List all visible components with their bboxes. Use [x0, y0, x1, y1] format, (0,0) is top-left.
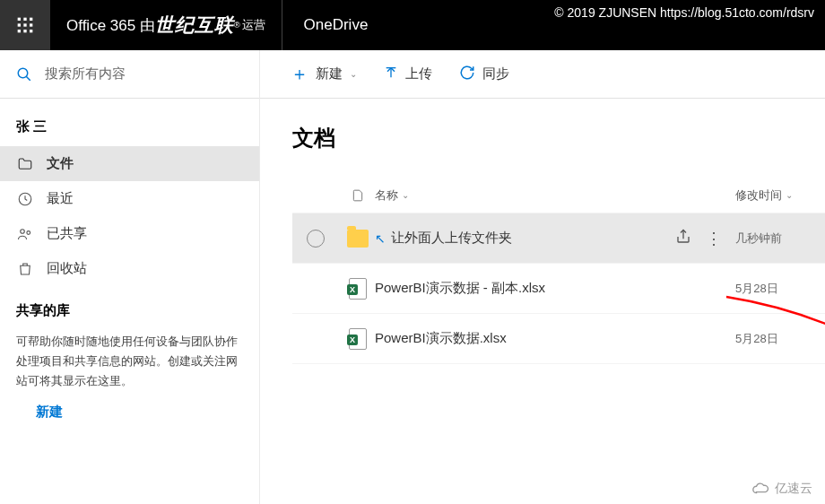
svg-rect-4 — [23, 23, 26, 26]
svg-rect-6 — [18, 30, 21, 32]
brand-prefix: Office 365 由 — [66, 15, 155, 36]
svg-rect-3 — [18, 23, 21, 26]
search-icon — [16, 66, 32, 83]
brand-suffix: 运营 — [242, 17, 265, 33]
svg-line-10 — [26, 76, 30, 81]
search-input[interactable]: 搜索所有内容 — [0, 50, 260, 99]
sync-label: 同步 — [482, 65, 509, 83]
chevron-down-icon: ⌄ — [350, 69, 357, 79]
upload-button[interactable]: 上传 — [371, 58, 445, 90]
chevron-down-icon: ⌄ — [402, 190, 409, 200]
file-row[interactable]: ↖让外面人上传文件夹 ⋮ 几秒钟前 — [292, 213, 825, 264]
new-label: 新建 — [316, 65, 343, 83]
svg-rect-1 — [23, 18, 26, 21]
sidebar-item-recycle[interactable]: 回收站 — [0, 251, 259, 286]
recycle-label: 回收站 — [47, 260, 87, 277]
share-button[interactable] — [675, 229, 691, 248]
file-type-icon[interactable] — [341, 187, 375, 204]
file-name[interactable]: 让外面人上传文件夹 — [391, 230, 512, 247]
recycle-icon — [16, 261, 34, 277]
annotation-arrow — [722, 292, 825, 364]
sync-icon — [459, 65, 475, 83]
svg-rect-7 — [23, 30, 26, 32]
create-library-button[interactable]: 新建 — [0, 398, 259, 426]
date-column-header[interactable]: 修改时间⌄ — [735, 187, 825, 204]
excel-file-icon — [349, 278, 367, 300]
shared-label: 已共享 — [47, 225, 87, 242]
footer-brand: 亿速云 — [751, 481, 812, 497]
file-name[interactable]: PowerBI演示数据.xlsx — [375, 330, 507, 347]
search-placeholder: 搜索所有内容 — [45, 65, 126, 83]
sidebar-item-recent[interactable]: 最近 — [0, 181, 259, 216]
shared-libraries-header: 共享的库 — [0, 286, 259, 325]
watermark-text: © 2019 ZJUNSEN https://blog.51cto.com/rd… — [554, 5, 814, 20]
upload-icon — [384, 65, 398, 83]
folder-icon — [347, 230, 369, 248]
page-title: 文档 — [292, 124, 825, 152]
command-bar: 搜索所有内容 ＋ 新建 ⌄ 上传 同步 — [0, 50, 825, 99]
svg-rect-2 — [30, 18, 32, 21]
svg-point-9 — [18, 68, 28, 78]
more-actions-button[interactable]: ⋮ — [706, 229, 724, 248]
modified-date: 几秒钟前 — [735, 230, 825, 247]
svg-point-14 — [21, 229, 25, 233]
shared-libraries-help: 可帮助你随时随地使用任何设备与团队协作处理项目和共享信息的网站。创建或关注网站可… — [0, 325, 259, 398]
sidebar-item-shared[interactable]: 已共享 — [0, 216, 259, 251]
name-column-header[interactable]: 名称⌄ — [375, 187, 664, 204]
brand-bold: 世纪互联 — [155, 13, 234, 38]
people-icon — [16, 226, 34, 242]
sidebar-item-files[interactable]: 文件 — [0, 146, 259, 181]
cursor-glyph: ↖ — [375, 231, 386, 246]
app-name[interactable]: OneDrive — [282, 16, 369, 34]
select-checkbox[interactable] — [307, 230, 325, 248]
cloud-icon — [751, 482, 771, 496]
recent-label: 最近 — [47, 190, 74, 207]
plus-icon: ＋ — [291, 62, 308, 86]
upload-label: 上传 — [405, 65, 432, 83]
brand-label: Office 365 由 世纪互联® 运营 — [50, 0, 282, 50]
chevron-down-icon: ⌄ — [786, 190, 793, 200]
list-header: 名称⌄ 修改时间⌄ — [292, 178, 825, 213]
svg-point-15 — [27, 230, 30, 234]
svg-rect-5 — [30, 23, 32, 26]
files-label: 文件 — [47, 155, 74, 172]
user-name: 张 三 — [0, 111, 259, 146]
main-content: 文档 共享 名称⌄ 修改时间⌄ ↖让外面人上传文件夹 ⋮ — [260, 99, 825, 504]
sidebar: 张 三 文件 最近 已共享 回收站 共享的库 可帮助你随时随地使用任何设备与团队… — [0, 99, 260, 504]
excel-file-icon — [349, 328, 367, 350]
clock-icon — [16, 191, 34, 207]
svg-rect-8 — [30, 30, 32, 32]
app-launcher-button[interactable] — [0, 0, 50, 50]
new-button[interactable]: ＋ 新建 ⌄ — [278, 55, 369, 93]
folder-icon — [16, 156, 34, 172]
file-name[interactable]: PowerBI演示数据 - 副本.xlsx — [375, 280, 545, 297]
svg-rect-0 — [18, 18, 21, 21]
sync-button[interactable]: 同步 — [447, 57, 522, 91]
